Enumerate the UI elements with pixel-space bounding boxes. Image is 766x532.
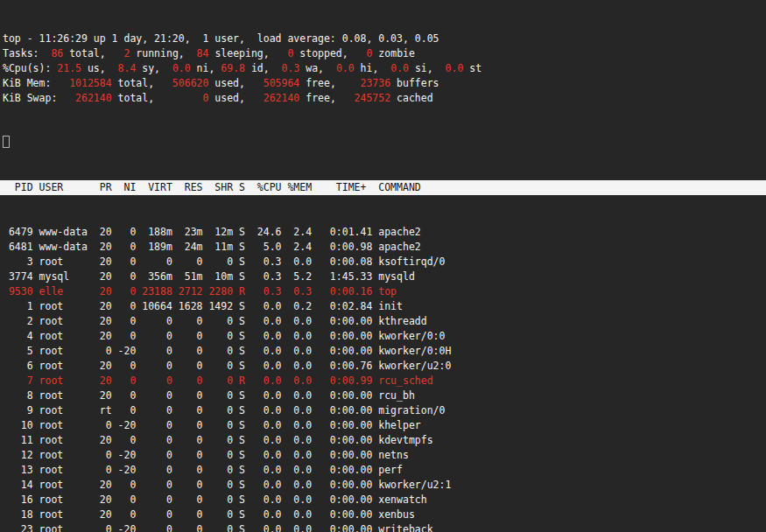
process-row: 11 root 20 0 0 0 0 S 0.0 0.0 0:00.00 kde… (0, 433, 766, 448)
process-row: 5 root 0 -20 0 0 0 S 0.0 0.0 0:00.00 kwo… (0, 344, 766, 359)
summary-label: used, (208, 77, 250, 89)
summary-label: cached (390, 92, 432, 104)
summary-label: free, (299, 92, 341, 104)
summary-label: id, (245, 62, 276, 74)
process-row: 7 root 20 0 0 0 0 R 0.0 0.0 0:00.99 rcu_… (0, 374, 766, 388)
summary-label: free, (299, 77, 341, 89)
summary-value: 1012584 (57, 77, 111, 89)
summary-value: 2 (112, 47, 130, 60)
summary-label: total, (112, 92, 160, 104)
terminal-screen[interactable]: top - 11:26:29 up 1 day, 21:20, 1 user, … (0, 0, 766, 532)
summary-label: si, (409, 62, 439, 74)
summary-value: 0 (355, 47, 373, 60)
summary-label: buffers (390, 77, 439, 89)
process-table: 6479 www-data 20 0 188m 23m 12m S 24.6 2… (0, 225, 766, 532)
summary-label: wa, (299, 62, 330, 74)
cpu-line: %Cpu(s): 21.5 us, 8.4 sy, 0.0 ni, 69.8 i… (0, 61, 766, 76)
process-row: 3 root 20 0 0 0 0 S 0.3 0.0 0:00.08 ksof… (0, 255, 766, 270)
process-row: 13 root 0 -20 0 0 0 S 0.0 0.0 0:00.00 pe… (0, 463, 766, 478)
tasks-line: Tasks: 86 total, 2 running, 84 sleeping,… (0, 46, 766, 61)
uptime-line: top - 11:26:29 up 1 day, 21:20, 1 user, … (0, 32, 766, 46)
process-row: 16 root 20 0 0 0 0 S 0.0 0.0 0:00.00 xen… (0, 493, 766, 508)
summary-label: total, (63, 47, 111, 60)
process-row: 3774 mysql 20 0 356m 51m 10m S 0.3 5.2 1… (0, 270, 766, 284)
process-row: 6 root 20 0 0 0 0 S 0.0 0.0 0:00.76 kwor… (0, 359, 766, 374)
summary-value: 0.0 (439, 62, 464, 74)
summary-value: 245752 (342, 92, 390, 104)
summary-label: top - 11:26:29 up 1 day, 21:20, 1 user, … (3, 32, 439, 45)
summary-value: 262140 (251, 92, 299, 104)
process-row: 23 root 0 -20 0 0 0 S 0.0 0.0 0:00.00 wr… (0, 522, 766, 532)
summary-label: total, (112, 77, 160, 89)
process-row: 1 root 20 0 10664 1628 1492 S 0.0 0.2 0:… (0, 299, 766, 314)
process-row: 10 root 0 -20 0 0 0 S 0.0 0.0 0:00.00 kh… (0, 418, 766, 433)
summary-label: KiB Swap: (3, 92, 63, 104)
summary-value: 86 (45, 47, 63, 60)
process-row: 14 root 20 0 0 0 0 S 0.0 0.0 0:00.00 kwo… (0, 478, 766, 493)
summary-value: 8.4 (112, 62, 137, 74)
summary-label: hi, (355, 62, 385, 74)
summary-value: 23736 (342, 77, 390, 89)
summary-label: sy, (136, 62, 166, 74)
summary-value: 0.3 (276, 62, 300, 74)
process-row: 9 root rt 0 0 0 0 S 0.0 0.0 0:00.00 migr… (0, 403, 766, 418)
summary-label: st (463, 62, 481, 74)
summary-value: 84 (191, 47, 209, 60)
summary-label: sleeping, (208, 47, 275, 60)
summary-value: 0 (276, 47, 294, 60)
process-row: 9530 elle 20 0 23188 2712 2280 R 0.3 0.3… (0, 284, 766, 299)
summary-value: 0.0 (166, 62, 191, 74)
top-summary-block: top - 11:26:29 up 1 day, 21:20, 1 user, … (0, 32, 766, 106)
terminal-cursor (3, 136, 10, 148)
summary-value: 262140 (63, 92, 111, 104)
process-row: 6479 www-data 20 0 188m 23m 12m S 24.6 2… (0, 225, 766, 240)
process-row: 18 root 20 0 0 0 0 S 0.0 0.0 0:00.00 xen… (0, 508, 766, 522)
summary-value: 505964 (251, 77, 299, 89)
swap-line: KiB Swap: 262140 total, 0 used, 262140 f… (0, 91, 766, 106)
summary-label: %Cpu(s): (3, 62, 57, 74)
process-row: 2 root 20 0 0 0 0 S 0.0 0.0 0:00.00 kthr… (0, 314, 766, 329)
summary-label: used, (208, 92, 250, 104)
mem-line: KiB Mem: 1012584 total, 506620 used, 505… (0, 76, 766, 91)
cursor-line (0, 136, 766, 150)
process-row: 8 root 20 0 0 0 0 S 0.0 0.0 0:00.00 rcu_… (0, 388, 766, 403)
summary-label: stopped, (293, 47, 354, 60)
summary-label: us, (81, 62, 112, 74)
summary-label: zombie (372, 47, 414, 60)
summary-value: 69.8 (221, 62, 245, 74)
summary-value: 21.5 (57, 62, 81, 74)
process-row: 12 root 0 -20 0 0 0 S 0.0 0.0 0:00.00 ne… (0, 448, 766, 463)
process-row: 4 root 20 0 0 0 0 S 0.0 0.0 0:00.00 kwor… (0, 329, 766, 344)
process-table-header: PID USER PR NI VIRT RES SHR S %CPU %MEM … (0, 180, 766, 195)
summary-value: 0.0 (384, 62, 409, 74)
summary-label: running, (130, 47, 190, 60)
summary-label: ni, (191, 62, 221, 74)
summary-value: 0.0 (330, 62, 355, 74)
summary-label: Tasks: (3, 47, 45, 60)
summary-value: 506620 (160, 77, 208, 89)
summary-value: 0 (160, 92, 208, 104)
summary-label: KiB Mem: (3, 77, 57, 89)
process-row: 6481 www-data 20 0 189m 24m 11m S 5.0 2.… (0, 240, 766, 255)
